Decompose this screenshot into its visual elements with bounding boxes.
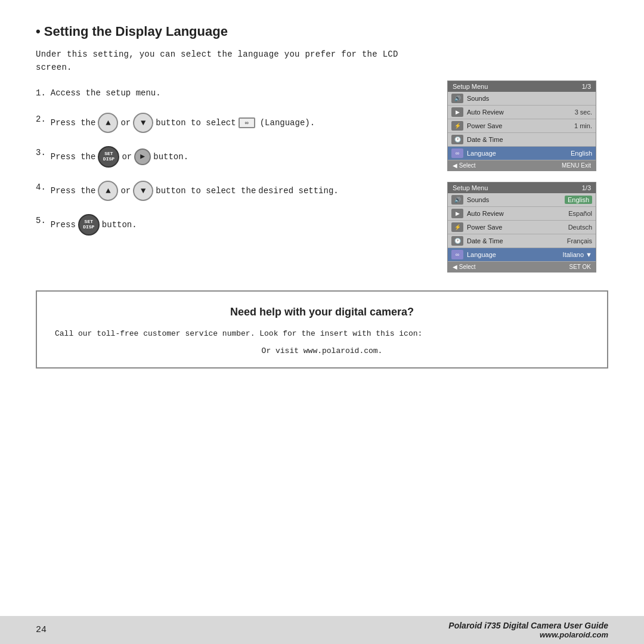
- setup-panel-2: Setup Menu 1/3 🔊 Sounds English ▶ Auto R…: [447, 182, 596, 273]
- dropdown-arrow: ▼: [586, 251, 592, 258]
- panel2-row-sounds: 🔊 Sounds English: [448, 193, 596, 207]
- set-disp-button-2[interactable]: SETDISP: [78, 214, 100, 236]
- step-5-post: button.: [102, 218, 137, 231]
- p2-powersave-label: Power Save: [467, 224, 568, 231]
- up-arrow-button[interactable]: ▲: [98, 113, 118, 133]
- step-1-text: Access the setup menu.: [51, 86, 161, 100]
- p2-language-label: Language: [467, 251, 563, 258]
- panel2-row-language: ∞ Language Italiano ▼: [448, 248, 596, 262]
- panel2-footer: ◀ Select SET OK: [448, 262, 596, 272]
- powersave-icon: ⚡: [451, 121, 463, 131]
- panel2-row-powersave: ⚡ Power Save Deutsch: [448, 221, 596, 234]
- step-2-post: button to select: [156, 116, 236, 129]
- panel1-page: 1/3: [582, 83, 591, 90]
- step-3: 3. Press the SETDISP or ▶ button.: [36, 146, 435, 168]
- step-1-content: Access the setup menu.: [51, 86, 161, 100]
- step-5-pre: Press: [51, 218, 76, 231]
- p2-powersave-icon: ⚡: [451, 222, 463, 232]
- description: Under this setting, you can select the l…: [36, 48, 608, 75]
- step-4: 4. Press the ▲ or ▼ button to select the…: [36, 181, 435, 201]
- step-4-note: desired setting.: [258, 184, 338, 197]
- p2-sounds-icon: 🔊: [451, 195, 463, 205]
- panel1-header: Setup Menu 1/3: [448, 81, 596, 92]
- p2-datetime-value: Français: [567, 237, 592, 244]
- help-visit: Or visit www.polaroid.com.: [55, 346, 589, 355]
- panel2-header: Setup Menu 1/3: [448, 182, 596, 193]
- step-4-or: or: [120, 184, 131, 197]
- help-title: Need help with your digital camera?: [55, 306, 589, 318]
- step-2-or: or: [120, 116, 131, 129]
- step-3-or: or: [122, 150, 132, 163]
- step-2: 2. Press the ▲ or ▼ button to select ∞ (…: [36, 113, 435, 133]
- footer-right: Polaroid i735 Digital Camera User Guide …: [448, 621, 608, 639]
- p2-autoreview-label: Auto Review: [467, 210, 568, 217]
- right-arrow-button[interactable]: ▶: [134, 148, 151, 165]
- steps-left: 1. Access the setup menu. 2. Press the ▲…: [36, 86, 447, 249]
- p2-language-icon: ∞: [451, 250, 463, 259]
- step-4-content: Press the ▲ or ▼ button to select the de…: [51, 181, 339, 201]
- up-arrow-button-2[interactable]: ▲: [98, 181, 118, 201]
- page-title: • Setting the Display Language: [36, 24, 608, 39]
- sounds-label: Sounds: [467, 95, 592, 102]
- step-5-content: Press SETDISP button.: [51, 214, 137, 236]
- setup-panel-1: Setup Menu 1/3 🔊 Sounds ▶ Auto Review 3 …: [447, 80, 596, 171]
- step-2-num: 2.: [36, 113, 46, 126]
- panel1-row-sounds: 🔊 Sounds: [448, 92, 596, 106]
- language-icon-1: ∞: [451, 148, 463, 158]
- down-arrow-button[interactable]: ▼: [133, 113, 153, 133]
- step-5-num: 5.: [36, 214, 46, 227]
- step-4-pre: Press the: [51, 184, 96, 197]
- language-label-1: Language: [467, 150, 571, 157]
- panel2-row-datetime: 🕐 Date & Time Français: [448, 234, 596, 248]
- desc-line1: Under this setting, you can select the l…: [36, 49, 398, 59]
- datetime-icon: 🕐: [451, 135, 463, 144]
- sounds-icon: 🔊: [451, 94, 463, 103]
- footer-url: www.polaroid.com: [448, 630, 608, 639]
- autoreview-value: 3 sec.: [575, 109, 592, 116]
- language-value-1: English: [571, 150, 592, 157]
- step-3-post: button.: [153, 150, 188, 163]
- page: • Setting the Display Language Under thi…: [0, 0, 644, 369]
- footer-guide-title: Polaroid i735 Digital Camera User Guide: [448, 621, 608, 630]
- down-arrow-button-2[interactable]: ▼: [133, 181, 153, 201]
- footer: 24 Polaroid i735 Digital Camera User Gui…: [0, 616, 644, 644]
- panel1-row-powersave: ⚡ Power Save 1 min.: [448, 119, 596, 133]
- p2-autoreview-value: Español: [568, 210, 592, 217]
- panel1-footer: ◀ Select MENU Exit: [448, 160, 596, 171]
- help-box: Need help with your digital camera? Call…: [36, 290, 608, 369]
- step-5: 5. Press SETDISP button.: [36, 214, 435, 236]
- panel2-row-autoreview: ▶ Auto Review Español: [448, 207, 596, 221]
- powersave-label: Power Save: [467, 122, 574, 129]
- panel1-title: Setup Menu: [453, 83, 488, 90]
- panel1-footer-right: MENU Exit: [562, 162, 591, 169]
- step-4-num: 4.: [36, 181, 46, 194]
- panel1-row-autoreview: ▶ Auto Review 3 sec.: [448, 106, 596, 119]
- p2-language-value: Italiano ▼: [563, 251, 592, 258]
- step-2-note: (Language).: [260, 116, 315, 129]
- title-bullet: •: [36, 24, 41, 39]
- step-3-content: Press the SETDISP or ▶ button.: [51, 146, 188, 168]
- p2-sounds-label: Sounds: [467, 196, 565, 203]
- title-text: Setting the Display Language: [44, 24, 228, 39]
- panel2-footer-right: SET OK: [569, 264, 592, 270]
- p2-datetime-label: Date & Time: [467, 237, 567, 244]
- steps-area: 1. Access the setup menu. 2. Press the ▲…: [36, 86, 608, 273]
- autoreview-icon: ▶: [451, 107, 463, 117]
- p2-powersave-value: Deutsch: [568, 224, 592, 231]
- powersave-value: 1 min.: [574, 122, 592, 129]
- panel1-row-language: ∞ Language English: [448, 147, 596, 160]
- set-disp-button-1[interactable]: SETDISP: [98, 146, 119, 168]
- help-body: Call our toll-free customer service numb…: [55, 328, 589, 340]
- step-3-num: 3.: [36, 146, 46, 159]
- step-4-post: button to select the: [156, 184, 256, 197]
- p2-sounds-value: English: [565, 196, 592, 204]
- step-1-num: 1.: [36, 86, 46, 100]
- desc-line2: screen.: [36, 63, 72, 72]
- panel2-footer-left: ◀ Select: [453, 264, 476, 270]
- footer-page: 24: [36, 625, 47, 635]
- datetime-label: Date & Time: [467, 136, 592, 143]
- autoreview-label: Auto Review: [467, 109, 575, 116]
- panel2-title: Setup Menu: [453, 184, 488, 191]
- step-1: 1. Access the setup menu.: [36, 86, 435, 100]
- panel2-page: 1/3: [582, 184, 591, 191]
